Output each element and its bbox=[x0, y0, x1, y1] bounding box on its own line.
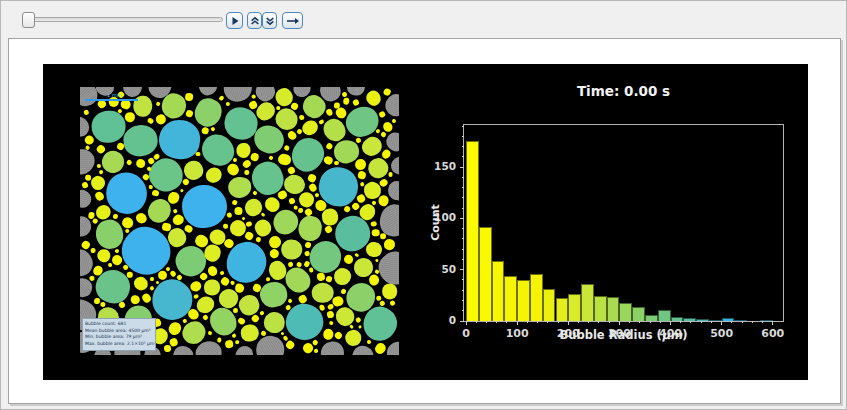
bubble bbox=[380, 233, 386, 239]
faster-button[interactable] bbox=[247, 12, 262, 29]
x-minor-tick bbox=[762, 321, 763, 323]
bubble bbox=[94, 190, 106, 202]
bubble bbox=[235, 292, 262, 318]
x-minor-tick bbox=[547, 321, 548, 323]
x-major-tick bbox=[721, 321, 722, 325]
bubble bbox=[260, 310, 265, 315]
x-minor-tick bbox=[486, 321, 487, 323]
bubble bbox=[132, 274, 151, 293]
bubble bbox=[193, 293, 199, 299]
bubble bbox=[358, 325, 362, 329]
bubble bbox=[207, 330, 212, 335]
hist-bar bbox=[619, 303, 632, 321]
bubble bbox=[383, 239, 395, 251]
bubble bbox=[233, 308, 238, 314]
bubble bbox=[227, 213, 233, 219]
x-axis-label: Bubble Radius (μm) bbox=[463, 328, 784, 342]
simulation-stage: 1 mm Bubble count: 681 Mean bubble area:… bbox=[43, 64, 808, 380]
bubble bbox=[269, 247, 280, 258]
bubble bbox=[375, 295, 381, 300]
bubble bbox=[155, 114, 166, 126]
bubble bbox=[130, 294, 141, 305]
bubble bbox=[367, 340, 371, 344]
bubble bbox=[169, 337, 179, 347]
y-minor-tick bbox=[462, 249, 464, 250]
bubble bbox=[242, 217, 246, 221]
bubble bbox=[120, 214, 135, 229]
bubble bbox=[333, 102, 340, 108]
bubble bbox=[218, 95, 224, 101]
stats-info-box: Bubble count: 681 Mean bubble area: 4500… bbox=[82, 318, 156, 351]
bubble bbox=[94, 297, 100, 304]
double-chevron-down-icon bbox=[265, 16, 275, 26]
bubble bbox=[250, 152, 260, 162]
x-minor-tick bbox=[527, 321, 528, 323]
y-major-tick bbox=[460, 269, 464, 270]
y-major-tick bbox=[460, 218, 464, 219]
bubble bbox=[85, 175, 91, 181]
bubble bbox=[265, 277, 269, 282]
play-button[interactable] bbox=[226, 12, 243, 29]
bubble bbox=[327, 303, 334, 310]
bubble bbox=[118, 108, 123, 113]
bubble bbox=[389, 300, 396, 307]
bubble bbox=[261, 213, 266, 218]
bubble bbox=[288, 197, 296, 205]
bubble bbox=[364, 88, 383, 108]
bubble bbox=[251, 314, 260, 323]
bubble bbox=[244, 170, 250, 176]
bubble bbox=[136, 158, 146, 168]
bubble bbox=[343, 205, 351, 213]
x-major-tick bbox=[466, 321, 467, 325]
bubble bbox=[235, 339, 240, 344]
y-minor-tick bbox=[462, 290, 464, 291]
x-minor-tick bbox=[506, 321, 507, 323]
time-slider-thumb[interactable] bbox=[22, 12, 35, 28]
bubble bbox=[326, 310, 334, 319]
bubble bbox=[355, 318, 361, 324]
bubble bbox=[308, 183, 318, 193]
bubble bbox=[312, 339, 319, 346]
edge-bubble bbox=[346, 87, 366, 97]
bubble bbox=[334, 331, 344, 341]
bubble bbox=[342, 92, 347, 97]
bubble bbox=[231, 281, 235, 285]
info-line: Max. bubble area: 2.1×10⁵ μm² bbox=[85, 341, 153, 348]
y-minor-tick bbox=[462, 146, 464, 147]
bubble bbox=[333, 161, 338, 166]
play-icon bbox=[230, 16, 240, 26]
y-minor-tick bbox=[462, 187, 464, 188]
bubble bbox=[328, 320, 334, 326]
x-minor-tick bbox=[578, 321, 579, 323]
y-minor-tick bbox=[462, 197, 464, 198]
bubble bbox=[245, 221, 252, 227]
bubble bbox=[365, 241, 383, 258]
slower-button[interactable] bbox=[262, 12, 277, 29]
bubble bbox=[127, 272, 133, 278]
bubble bbox=[87, 211, 94, 219]
bubble bbox=[92, 111, 126, 143]
y-tick-label: 0 bbox=[420, 314, 456, 326]
bubble bbox=[253, 218, 274, 239]
bubble bbox=[169, 270, 177, 278]
bubble bbox=[126, 159, 133, 166]
y-minor-tick bbox=[462, 300, 464, 301]
bubble bbox=[90, 248, 95, 253]
x-minor-tick bbox=[496, 321, 497, 323]
bubble bbox=[357, 170, 367, 180]
bubble bbox=[304, 242, 311, 249]
bubble bbox=[236, 141, 252, 158]
bubble bbox=[83, 109, 89, 115]
edge-bubble bbox=[318, 338, 346, 355]
y-minor-tick bbox=[462, 126, 464, 127]
bubble bbox=[251, 95, 256, 100]
bubble bbox=[152, 190, 160, 198]
bubble bbox=[332, 296, 343, 307]
scale-bar: 1 mm bbox=[85, 99, 138, 101]
bubble bbox=[234, 207, 243, 216]
bubble bbox=[203, 164, 225, 186]
bubble bbox=[122, 123, 160, 159]
time-slider-track[interactable] bbox=[24, 17, 223, 22]
step-forward-button[interactable] bbox=[282, 12, 303, 29]
bubble bbox=[223, 224, 229, 230]
